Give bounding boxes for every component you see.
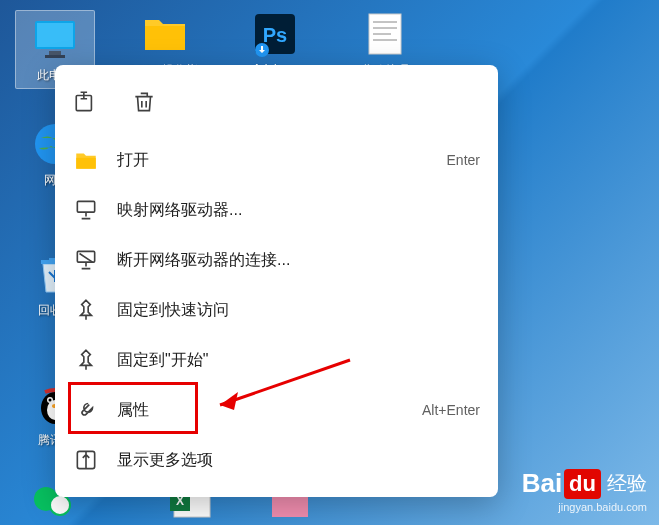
svg-rect-4 bbox=[145, 26, 185, 50]
brand-bai: Bai bbox=[522, 468, 562, 499]
menu-item-pin-quick[interactable]: 固定到快速访问 bbox=[55, 285, 498, 335]
desktop[interactable]: 此电脑 SCRM操作指... Ps Adobe... 谷歌处理 网... 回收.… bbox=[0, 0, 659, 525]
delete-icon[interactable] bbox=[131, 89, 157, 119]
more-options-icon bbox=[73, 447, 99, 473]
menu-item-label: 固定到"开始" bbox=[117, 350, 480, 371]
svg-point-23 bbox=[50, 495, 70, 515]
menu-item-map-drive[interactable]: 映射网络驱动器... bbox=[55, 185, 498, 235]
menu-item-label: 断开网络驱动器的连接... bbox=[117, 250, 480, 271]
map-drive-icon bbox=[73, 197, 99, 223]
menu-item-more-options[interactable]: 显示更多选项 bbox=[55, 435, 498, 485]
menu-item-disconnect-drive[interactable]: 断开网络驱动器的连接... bbox=[55, 235, 498, 285]
folder-icon bbox=[141, 10, 189, 58]
pin-icon bbox=[73, 347, 99, 373]
menu-item-label: 属性 bbox=[117, 400, 422, 421]
menu-item-label: 映射网络驱动器... bbox=[117, 200, 480, 221]
context-menu: 打开 Enter 映射网络驱动器... 断开网络驱动器的连接... 固定到快速访… bbox=[55, 65, 498, 497]
menu-item-shortcut: Enter bbox=[447, 152, 480, 168]
svg-point-19 bbox=[49, 399, 52, 402]
watermark: Baidu经验 jingyan.baidu.com bbox=[522, 468, 647, 513]
photoshop-icon: Ps bbox=[251, 10, 299, 58]
monitor-icon bbox=[31, 15, 79, 63]
menu-item-label: 固定到快速访问 bbox=[117, 300, 480, 321]
svg-rect-1 bbox=[37, 23, 73, 47]
menu-item-label: 打开 bbox=[117, 150, 447, 171]
pin-icon bbox=[73, 297, 99, 323]
rename-icon[interactable] bbox=[73, 89, 99, 119]
svg-rect-3 bbox=[45, 55, 65, 58]
svg-rect-2 bbox=[49, 51, 61, 55]
brand-suffix: 经验 bbox=[607, 470, 647, 497]
disconnect-drive-icon bbox=[73, 247, 99, 273]
watermark-url: jingyan.baidu.com bbox=[522, 501, 647, 513]
menu-header bbox=[55, 73, 498, 135]
menu-item-pin-start[interactable]: 固定到"开始" bbox=[55, 335, 498, 385]
menu-item-label: 显示更多选项 bbox=[117, 450, 480, 471]
menu-item-properties[interactable]: 属性 Alt+Enter bbox=[55, 385, 498, 435]
menu-item-shortcut: Alt+Enter bbox=[422, 402, 480, 418]
svg-text:Ps: Ps bbox=[263, 24, 287, 46]
document-icon bbox=[361, 10, 409, 58]
menu-item-open[interactable]: 打开 Enter bbox=[55, 135, 498, 185]
folder-open-icon bbox=[73, 147, 99, 173]
brand-du: du bbox=[564, 469, 601, 499]
wrench-icon bbox=[73, 397, 99, 423]
svg-rect-30 bbox=[77, 201, 94, 212]
watermark-brand: Baidu经验 bbox=[522, 468, 647, 499]
